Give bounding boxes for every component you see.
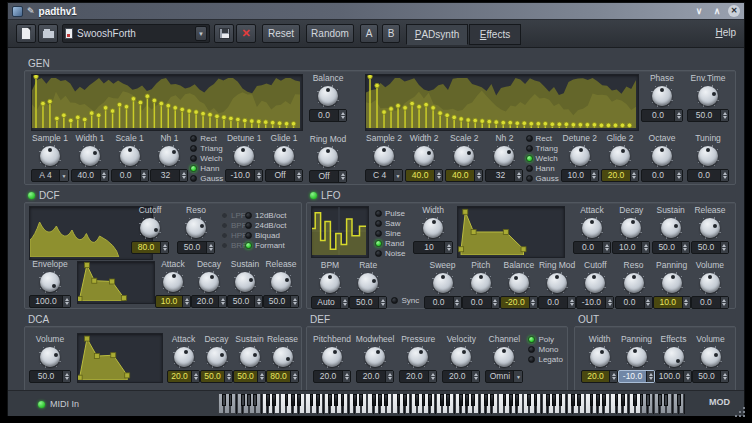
black-key[interactable] (515, 394, 519, 406)
black-key[interactable] (222, 394, 226, 406)
cutoff-knob[interactable] (138, 216, 162, 240)
spin-up-icon[interactable] (257, 172, 261, 175)
spin-up-icon[interactable] (209, 244, 213, 247)
radio-option-12db-oct[interactable]: 12dB/oct (245, 210, 287, 220)
tab-padsynth[interactable]: PADsynth (406, 24, 468, 45)
spin-down-icon[interactable] (341, 116, 345, 119)
scale-2-spinbox[interactable]: 40.0 (445, 169, 483, 182)
phase-spinbox[interactable]: 0.0 (641, 109, 683, 122)
radio-option-noise[interactable]: Noise (375, 248, 405, 258)
dca-envelope-display[interactable] (77, 333, 163, 383)
black-key[interactable] (440, 394, 444, 406)
spin-up-icon[interactable] (388, 373, 392, 376)
release-knob[interactable] (269, 270, 293, 294)
spin-down-icon[interactable] (722, 303, 726, 306)
spin-arrows[interactable] (342, 371, 350, 382)
glide-2-knob[interactable] (608, 144, 632, 168)
spin-up-icon[interactable] (683, 244, 687, 247)
black-key[interactable] (459, 394, 463, 406)
octave-knob[interactable] (650, 144, 674, 168)
spin-up-icon[interactable] (493, 299, 497, 302)
spin-down-icon[interactable] (345, 377, 349, 380)
black-key[interactable] (316, 394, 320, 406)
envelope-knob[interactable] (38, 270, 62, 294)
black-key[interactable] (527, 394, 531, 406)
spin-up-icon[interactable] (644, 244, 648, 247)
spin-arrows[interactable] (428, 371, 436, 382)
spin-down-icon[interactable] (257, 302, 261, 305)
spin-arrows[interactable] (140, 170, 148, 181)
spin-arrows[interactable] (290, 371, 298, 382)
spin-down-icon[interactable] (677, 176, 681, 179)
attack-spinbox[interactable]: 10.0 (155, 295, 191, 308)
spin-down-icon[interactable] (293, 377, 297, 380)
black-key[interactable] (446, 394, 450, 406)
spin-arrows[interactable] (453, 297, 461, 308)
spin-down-icon[interactable] (185, 302, 189, 305)
black-key[interactable] (640, 394, 644, 406)
nh-2-spinbox[interactable]: 32 (485, 169, 523, 182)
reso-spinbox[interactable]: 50.0 (177, 241, 215, 254)
spin-up-icon[interactable] (102, 172, 106, 175)
spin-arrows[interactable] (340, 297, 348, 308)
black-key[interactable] (509, 394, 513, 406)
detune-1-spinbox[interactable]: -10.0 (225, 169, 263, 182)
spin-up-icon[interactable] (260, 373, 264, 376)
spin-down-icon[interactable] (474, 377, 478, 380)
black-key[interactable] (415, 394, 419, 406)
tuning-spinbox[interactable]: 0.0 (687, 169, 729, 182)
volume-spinbox[interactable]: 50.0 (692, 370, 729, 383)
panning-knob[interactable] (660, 271, 684, 295)
black-key[interactable] (353, 394, 357, 406)
spin-up-icon[interactable] (605, 244, 609, 247)
spin-down-icon[interactable] (677, 116, 681, 119)
compare-a-button[interactable]: A (360, 24, 378, 43)
spin-up-icon[interactable] (185, 298, 189, 301)
black-key[interactable] (552, 394, 556, 406)
black-key[interactable] (297, 394, 301, 406)
spin-down-icon[interactable] (684, 303, 688, 306)
spin-up-icon[interactable] (293, 298, 297, 301)
spin-arrows[interactable] (681, 242, 689, 253)
spin-down-icon[interactable] (297, 176, 301, 179)
spin-down-icon[interactable] (686, 377, 690, 380)
sweep-spinbox[interactable]: 0.0 (424, 296, 462, 309)
black-key[interactable] (490, 394, 494, 406)
radio-option-gauss[interactable]: Gauss (526, 173, 559, 183)
resize-grip-icon[interactable] (739, 411, 741, 413)
reso-knob[interactable] (184, 216, 208, 240)
attack-knob[interactable] (161, 270, 185, 294)
spin-arrows[interactable] (720, 297, 728, 308)
volume-knob[interactable] (38, 345, 62, 369)
spin-up-icon[interactable] (723, 112, 727, 115)
black-key[interactable] (428, 394, 432, 406)
radio-option-rand[interactable]: Rand (375, 238, 405, 248)
radio-option-triang[interactable]: Triang (526, 143, 559, 153)
sustain-spinbox[interactable]: 50.0 (652, 241, 690, 254)
radio-option-rect[interactable]: Rect (526, 133, 559, 143)
volume-knob[interactable] (698, 271, 722, 295)
detune-1-knob[interactable] (232, 144, 256, 168)
reso-knob[interactable] (622, 271, 646, 295)
spin-up-icon[interactable] (431, 373, 435, 376)
sample-1-knob[interactable] (38, 144, 62, 168)
ring-mod-knob[interactable] (316, 145, 340, 169)
spin-down-icon[interactable] (723, 116, 727, 119)
black-key[interactable] (677, 394, 681, 406)
sample-1-combobox[interactable]: A 4▼ (31, 169, 69, 182)
panning-spinbox[interactable]: 10.0 (653, 296, 691, 309)
balance-spinbox[interactable]: -20.0 (500, 296, 538, 309)
spin-down-icon[interactable] (447, 248, 451, 251)
rate-spinbox[interactable]: 50.0 (349, 296, 387, 309)
pitchbend-knob[interactable] (320, 345, 344, 369)
pitch-knob[interactable] (469, 271, 493, 295)
cutoff-spinbox[interactable]: -10.0 (576, 296, 614, 309)
env-time-spinbox[interactable]: 50.0 (687, 109, 729, 122)
black-key[interactable] (378, 394, 382, 406)
spin-down-icon[interactable] (221, 302, 225, 305)
spin-arrows[interactable] (590, 170, 598, 181)
checkbox-sync[interactable]: Sync (391, 295, 419, 305)
tuning-knob[interactable] (696, 144, 720, 168)
spin-up-icon[interactable] (608, 299, 612, 302)
bpm-spinbox[interactable]: Auto (311, 296, 349, 309)
